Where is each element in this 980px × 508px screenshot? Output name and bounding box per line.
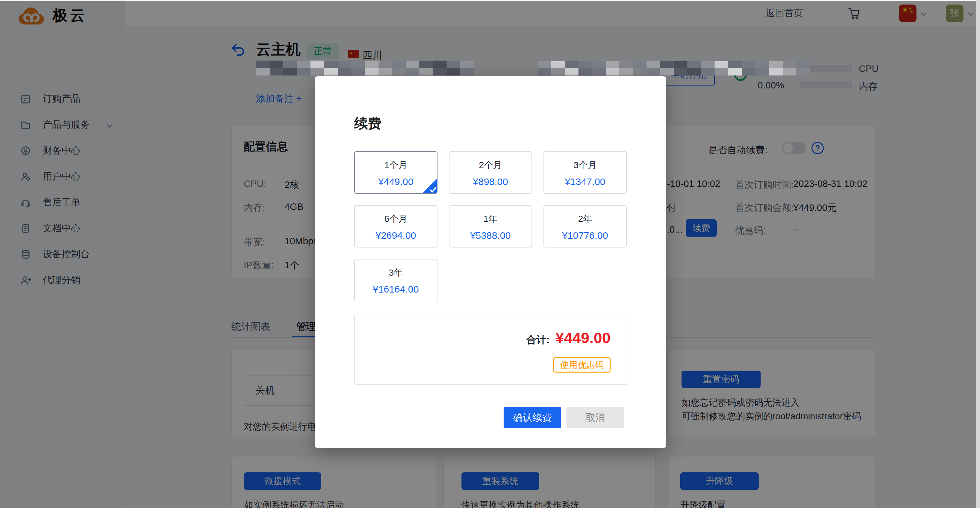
- total-summary-box: 合计: ¥449.00 使用优惠码: [354, 314, 627, 385]
- plan-duration: 6个月: [384, 213, 408, 225]
- plan-price: ¥5388.00: [470, 230, 511, 241]
- cancel-button[interactable]: 取消: [566, 407, 624, 428]
- plan-duration: 2个月: [479, 159, 502, 171]
- plan-duration: 2年: [578, 213, 592, 225]
- plan-price: ¥2694.00: [375, 230, 416, 241]
- plan-option-6[interactable]: 3年¥16164.00: [354, 259, 438, 301]
- plan-options: 1个月¥449.002个月¥898.003个月¥1347.006个月¥2694.…: [354, 151, 627, 301]
- plan-duration: 1年: [484, 213, 498, 225]
- plan-price: ¥898.00: [473, 176, 508, 187]
- plan-option-2[interactable]: 3个月¥1347.00: [544, 151, 627, 194]
- plan-price: ¥16164.00: [373, 284, 419, 295]
- masked-instance-ip: [538, 61, 810, 76]
- plan-price: ¥10776.00: [562, 230, 608, 241]
- plan-option-0[interactable]: 1个月¥449.00: [354, 151, 438, 194]
- plan-option-3[interactable]: 6个月¥2694.00: [354, 205, 438, 248]
- plan-duration: 1个月: [384, 159, 408, 171]
- cloud-console-app: 极云 订购产品产品与服务财务中心用户中心售后工单文档中心设备控制台代理分销 返回…: [0, 0, 980, 508]
- renew-dialog-title: 续费: [354, 114, 382, 132]
- total-price: ¥449.00: [555, 329, 611, 347]
- window-top-edge: [0, 0, 980, 1]
- plan-duration: 3个月: [574, 159, 597, 171]
- plan-price: ¥1347.00: [565, 176, 605, 187]
- confirm-renew-button[interactable]: 确认续费: [504, 407, 561, 428]
- plan-duration: 3年: [389, 267, 403, 279]
- renew-dialog: 续费 1个月¥449.002个月¥898.003个月¥1347.006个月¥26…: [315, 76, 666, 448]
- page-scrollbar[interactable]: [976, 0, 980, 508]
- total-label: 合计:: [526, 333, 550, 347]
- selected-check-icon: [422, 178, 437, 194]
- use-coupon-button[interactable]: 使用优惠码: [553, 357, 611, 373]
- plan-price: ¥449.00: [378, 176, 413, 187]
- plan-option-4[interactable]: 1年¥5388.00: [449, 205, 532, 248]
- masked-instance-name: [256, 60, 474, 76]
- plan-option-1[interactable]: 2个月¥898.00: [449, 151, 532, 194]
- plan-option-5[interactable]: 2年¥10776.00: [544, 205, 627, 248]
